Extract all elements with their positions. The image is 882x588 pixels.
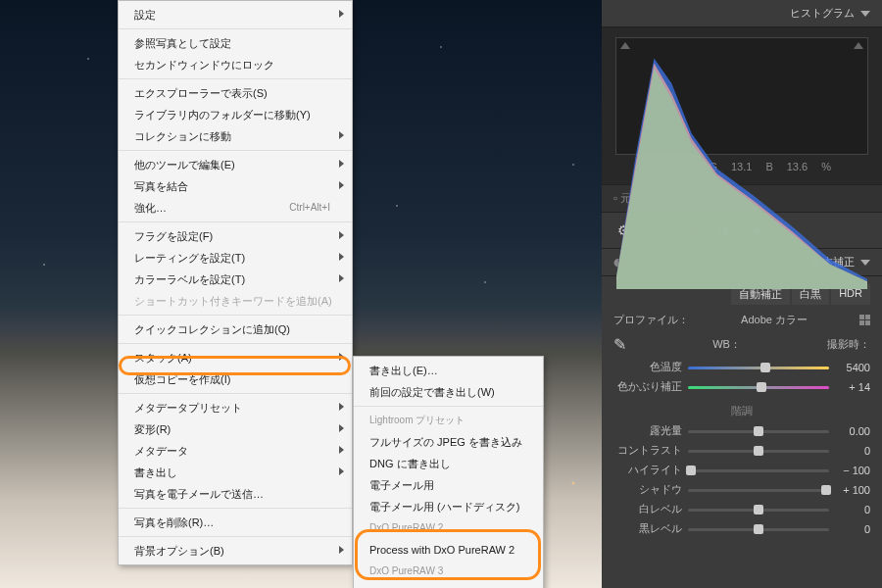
exposure-value[interactable]: 0.00 — [835, 425, 870, 437]
menu-item[interactable]: 他のツールで編集(E) — [119, 154, 352, 175]
shadows-slider[interactable] — [688, 483, 829, 497]
tint-slider[interactable] — [688, 380, 829, 394]
shadows-value[interactable]: + 100 — [835, 484, 870, 496]
tint-label: 色かぶり補正 — [613, 379, 682, 394]
temp-value[interactable]: 5400 — [835, 362, 870, 373]
menu-item[interactable]: 参照写真として設定 — [119, 32, 352, 54]
temp-slider[interactable] — [688, 361, 829, 374]
menu-item[interactable]: 写真を電子メールで送信… — [119, 483, 352, 505]
profile-browser-icon[interactable] — [859, 315, 870, 325]
menu-item[interactable]: 背景オプション(B) — [119, 540, 352, 562]
menu-item[interactable]: フラグを設定(F) — [119, 225, 352, 247]
menu-item[interactable]: 電子メール用 — [354, 474, 543, 496]
profile-label: プロファイル： — [613, 313, 689, 327]
menu-item[interactable]: フルサイズの JPEG を書き込み — [354, 431, 543, 453]
exposure-label: 露光量 — [613, 423, 682, 438]
menu-item[interactable]: 写真を削除(R)… — [119, 512, 352, 533]
menu-item[interactable]: 仮想コピーを作成(I) — [119, 368, 352, 390]
exposure-slider[interactable] — [688, 424, 829, 438]
blacks-value[interactable]: 0 — [835, 523, 870, 535]
collapse-icon — [860, 11, 870, 17]
context-menu: 設定参照写真として設定セカンドウィンドウにロックエクスプローラーで表示(S)ライ… — [118, 0, 353, 565]
menu-item[interactable]: 写真を結合 — [119, 175, 352, 197]
contrast-value[interactable]: 0 — [835, 445, 870, 457]
clip-shadow-icon[interactable] — [620, 42, 630, 49]
whites-slider[interactable] — [688, 503, 829, 516]
highlights-value[interactable]: − 100 — [835, 465, 870, 476]
menu-item[interactable]: エクスプローラーで表示(S) — [119, 82, 352, 104]
histogram-chart[interactable] — [615, 37, 868, 155]
menu-item[interactable]: セカンドウィンドウにロック — [119, 54, 352, 75]
highlights-label: ハイライト — [613, 463, 682, 477]
menu-item[interactable]: 強化…Ctrl+Alt+I — [119, 197, 352, 219]
menu-item: Lightroom プリセット — [354, 410, 543, 431]
menu-item[interactable]: Process with DxO PureRAW 2 — [354, 539, 543, 561]
shadows-label: シャドウ — [613, 482, 682, 497]
menu-item[interactable]: ライブラリ内のフォルダーに移動(Y) — [119, 104, 352, 125]
menu-item[interactable]: スタック(A) — [119, 347, 352, 368]
menu-item[interactable]: 変形(R) — [119, 418, 352, 440]
contrast-slider[interactable] — [688, 444, 829, 458]
menu-item[interactable]: 設定 — [119, 4, 352, 25]
menu-item[interactable]: コレクションに移動 — [119, 125, 352, 147]
wb-value[interactable]: 撮影時： — [827, 337, 870, 352]
blacks-label: 黒レベル — [613, 521, 682, 536]
menu-item[interactable]: カラーラベルを設定(T) — [119, 269, 352, 290]
highlights-slider[interactable] — [688, 464, 829, 477]
histogram-header[interactable]: ヒストグラム — [602, 0, 882, 27]
temp-label: 色温度 — [613, 360, 682, 374]
contrast-label: コントラスト — [613, 443, 682, 458]
menu-item: DxO PureRAW 3 — [354, 561, 543, 582]
menu-item[interactable]: DNG に書き出し — [354, 453, 543, 474]
whites-value[interactable]: 0 — [835, 504, 870, 515]
basic-panel: 自動補正 白黒 HDR プロファイル： Adobe カラー ✎ WB： 撮影時：… — [602, 276, 882, 588]
tone-header: 階調 — [613, 404, 870, 418]
menu-item[interactable]: レーティングを設定(T) — [119, 247, 352, 269]
menu-item[interactable]: クイックコレクションに追加(Q) — [119, 318, 352, 340]
blacks-slider[interactable] — [688, 522, 829, 536]
wb-label: WB： — [712, 337, 741, 352]
menu-item[interactable]: Process with DxO PureRAW 3 — [354, 582, 543, 588]
menu-item: DxO PureRAW 2 — [354, 517, 543, 539]
menu-item: ショートカット付きキーワードを追加(A) — [119, 290, 352, 312]
menu-item[interactable]: メタデータプリセット — [119, 397, 352, 418]
menu-item[interactable]: メタデータ — [119, 440, 352, 462]
tint-value[interactable]: + 14 — [835, 381, 870, 393]
menu-item[interactable]: 書き出し — [119, 462, 352, 483]
develop-panel: ヒストグラム R13.6 G13.1 B13.6% ▫ 元の写真 ⚙ ⟂ ⌷ ◑… — [602, 0, 882, 588]
menu-item[interactable]: 書き出し(E)… — [354, 360, 543, 381]
export-submenu: 書き出し(E)…前回の設定で書き出し(W)Lightroom プリセットフルサイ… — [353, 356, 544, 588]
profile-value[interactable]: Adobe カラー — [689, 313, 859, 327]
menu-item[interactable]: 電子メール用 (ハードディスク) — [354, 496, 543, 517]
menu-item[interactable]: 前回の設定で書き出し(W) — [354, 381, 543, 403]
histogram-title: ヒストグラム — [790, 6, 855, 21]
histogram-section: R13.6 G13.1 B13.6% — [602, 27, 882, 184]
clip-highlight-icon[interactable] — [854, 42, 863, 49]
eyedropper-icon[interactable]: ✎ — [613, 335, 626, 354]
whites-label: 白レベル — [613, 502, 682, 516]
